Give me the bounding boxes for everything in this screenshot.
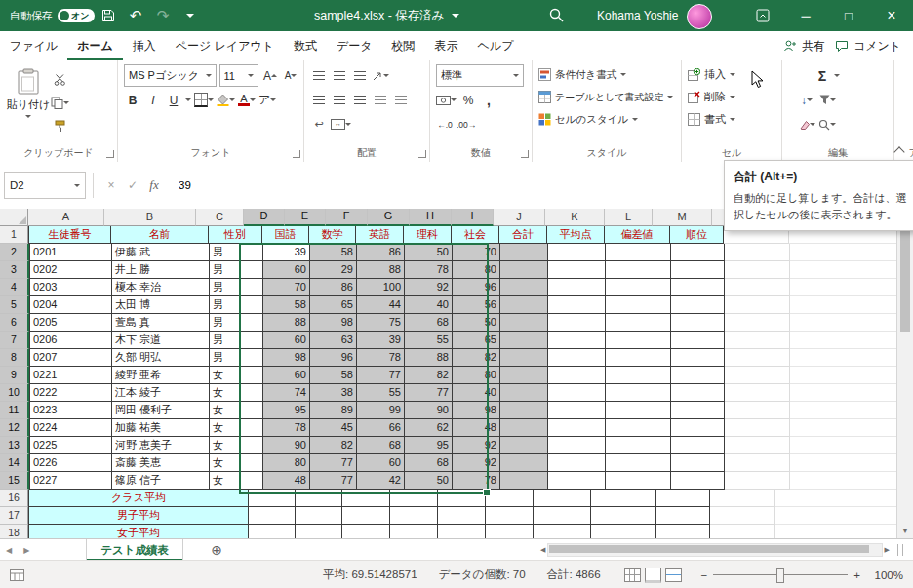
paste-dropdown-icon[interactable] (25, 115, 31, 118)
column-header-H[interactable]: H (410, 209, 452, 226)
cell-A1[interactable]: 生徒番号 (28, 226, 111, 244)
cell-C5[interactable]: 男 (210, 296, 263, 314)
page-layout-view-button[interactable] (645, 568, 661, 583)
font-name-dropdown-icon[interactable] (206, 74, 212, 77)
cell-J9[interactable] (548, 367, 606, 384)
v-scroll-thumb[interactable] (900, 226, 910, 332)
cell-H18[interactable] (438, 525, 486, 538)
sheet-tab-active[interactable]: テスト成績表 (86, 539, 183, 561)
cell-A15[interactable]: 0227 (29, 472, 112, 490)
cell-H17[interactable] (438, 507, 486, 525)
horizontal-scrollbar[interactable]: ◀ ▶ (540, 543, 890, 557)
cell-L17[interactable] (656, 507, 710, 525)
tab-insert[interactable]: 挿入 (123, 31, 166, 60)
v-scroll-down-button[interactable]: ▼ (897, 523, 913, 538)
cell-I15[interactable] (500, 472, 548, 490)
cell-K11[interactable] (606, 402, 671, 419)
cell-A11[interactable]: 0223 (29, 402, 112, 419)
cell-C3[interactable]: 男 (210, 261, 263, 279)
cell-J5[interactable] (548, 296, 606, 314)
cell-H11[interactable]: 98 (453, 402, 500, 419)
insert-function-button[interactable]: fx (143, 177, 165, 193)
cell-C1[interactable]: 性別 (209, 226, 262, 244)
comma-style-button[interactable]: , (480, 91, 497, 110)
increase-decimal-button[interactable]: ←.0 (436, 115, 454, 135)
tab-split-handle[interactable] (897, 544, 903, 556)
formula-input[interactable]: 39 (179, 179, 191, 191)
cell-A6[interactable]: 0205 (29, 314, 112, 332)
column-header-I[interactable]: I (452, 209, 494, 226)
format-cells-button[interactable]: 書式 (688, 108, 777, 131)
cell-H6[interactable]: 50 (453, 314, 500, 332)
italic-button[interactable]: I (144, 91, 162, 110)
cell-D6[interactable]: 88 (263, 314, 310, 332)
cell-G6[interactable]: 68 (405, 314, 453, 332)
cell-G3[interactable]: 78 (405, 261, 453, 279)
column-header-E[interactable]: E (285, 209, 326, 226)
cell-K18[interactable] (591, 525, 656, 538)
user-avatar[interactable] (687, 4, 712, 29)
cell-F10[interactable]: 55 (357, 384, 405, 402)
cell-E3[interactable]: 29 (310, 261, 357, 279)
document-title[interactable]: sample4.xlsx - 保存済み (314, 0, 459, 31)
cell-H13[interactable]: 92 (453, 437, 500, 454)
cell-M4[interactable] (725, 279, 790, 296)
select-all-button[interactable] (0, 209, 28, 226)
cell-K8[interactable] (606, 349, 671, 367)
cell-E7[interactable]: 63 (310, 332, 357, 349)
cell-J12[interactable] (548, 419, 606, 437)
cell-I16[interactable] (486, 490, 534, 507)
cell-B12[interactable]: 加藤 祐美 (112, 419, 210, 437)
cell-J3[interactable] (548, 261, 606, 279)
cell-G17[interactable] (390, 507, 438, 525)
row-header-13[interactable]: 13 (0, 437, 29, 454)
cell-E4[interactable]: 86 (310, 279, 357, 296)
h-scroll-thumb[interactable] (549, 545, 869, 553)
tab-data[interactable]: データ (327, 31, 382, 60)
cell-F1[interactable]: 英語 (356, 226, 404, 244)
cell-F5[interactable]: 44 (357, 296, 405, 314)
h-scroll-left-button[interactable]: ◀ (540, 546, 545, 554)
cell-D16[interactable] (249, 490, 296, 507)
cell-M7[interactable] (725, 332, 790, 349)
row-header-15[interactable]: 15 (0, 472, 29, 490)
cell-D12[interactable]: 78 (263, 419, 310, 437)
zoom-level[interactable]: 100% (866, 569, 903, 581)
cell-M6[interactable] (725, 314, 790, 332)
status-average[interactable]: 平均: 69.51428571 (323, 568, 417, 582)
cell-E13[interactable]: 82 (310, 437, 357, 454)
cell-A16[interactable]: クラス平均 (28, 490, 249, 507)
cell-D15[interactable]: 48 (263, 472, 310, 490)
cell-K5[interactable] (606, 296, 671, 314)
cell-L10[interactable] (671, 384, 725, 402)
row-header-6[interactable]: 6 (0, 314, 29, 332)
cell-M8[interactable] (725, 349, 790, 367)
number-format-dropdown-icon[interactable] (513, 74, 519, 77)
share-button[interactable]: 共有 (783, 38, 825, 55)
cell-H5[interactable]: 56 (453, 296, 500, 314)
tab-review[interactable]: 校閲 (382, 31, 425, 60)
cell-C15[interactable]: 女 (210, 472, 263, 490)
cell-A14[interactable]: 0226 (29, 454, 112, 472)
cell-C6[interactable]: 男 (210, 314, 263, 332)
cell-H1[interactable]: 社会 (452, 226, 499, 244)
cell-G16[interactable] (390, 490, 438, 507)
zoom-in-button[interactable]: + (853, 569, 860, 581)
font-color-button[interactable]: A (238, 91, 256, 110)
font-size-dropdown-icon[interactable] (248, 74, 254, 77)
cell-M10[interactable] (725, 384, 790, 402)
cell-L12[interactable] (671, 419, 725, 437)
clipboard-dialog-launcher-icon[interactable] (106, 150, 114, 158)
maximize-button[interactable]: □ (827, 0, 870, 31)
zoom-out-button[interactable]: − (701, 569, 708, 581)
cell-L18[interactable] (656, 525, 710, 538)
cell-I14[interactable] (500, 454, 548, 472)
cell-F12[interactable]: 66 (357, 419, 405, 437)
cell-H10[interactable]: 40 (453, 384, 500, 402)
cell-E15[interactable]: 77 (310, 472, 357, 490)
autosave-toggle[interactable]: オン (58, 9, 95, 22)
cell-A17[interactable]: 男子平均 (28, 507, 249, 525)
row-header-3[interactable]: 3 (0, 261, 29, 279)
tab-formulas[interactable]: 数式 (284, 31, 327, 60)
cell-J18[interactable] (534, 525, 591, 538)
